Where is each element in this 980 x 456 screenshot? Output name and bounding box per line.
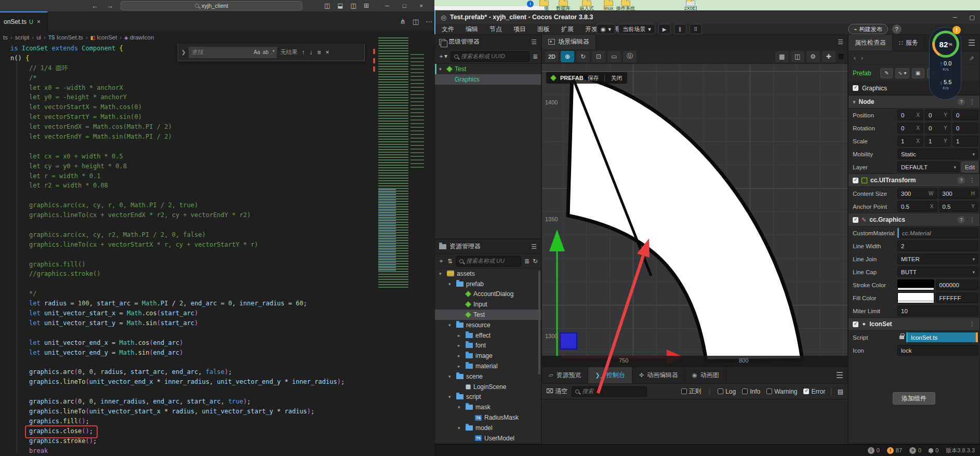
add-asset-button[interactable]: ＋ [438,257,444,265]
find-button[interactable]: × [325,49,329,56]
layout-toggle-icons[interactable]: ◫⬓◫⊞ [324,0,369,11]
find-toggles[interactable]: Aaab.* [254,49,274,55]
code-line[interactable] [10,279,345,289]
find-toggle[interactable]: .* [271,49,275,55]
code-line[interactable] [10,142,345,152]
code-line[interactable]: let unit_vector_start_x = Math.cos(start… [10,309,345,318]
asset-AccountDialog[interactable]: AccountDialog [435,289,541,300]
breadcrumb-item[interactable]: ui [36,34,41,41]
panel-menu-icon[interactable]: ☰ [836,370,843,380]
find-button[interactable]: ≡ [317,49,321,56]
asset-effect[interactable]: ▸effect [435,330,541,341]
code-line[interactable]: let vectorEndY = Math.sin(Math.PI / 2) [10,132,345,142]
clear-console-button[interactable]: ⌧ 清空 [546,387,567,396]
code-line[interactable]: graphics.arc(0, 0, radius, start_arc, en… [10,367,345,377]
code-line[interactable]: let x0 = -width * anchorX [10,83,345,93]
field-Scale-Y[interactable]: 1Y [925,136,951,146]
field-Content Size-H[interactable]: 300H [939,188,979,199]
tab-动画图[interactable]: ◉动画图 [685,367,726,383]
field-Position-X[interactable]: 0X [897,110,923,120]
field-Scale-X[interactable]: 1X [897,136,923,146]
code-line[interactable] [10,220,345,230]
color-swatch-Fill Color[interactable] [897,292,934,303]
code-line[interactable]: // 1/4 圆环 [10,63,345,73]
code-line[interactable]: graphics.fill(); [10,417,345,426]
checkbox-Info[interactable] [742,388,748,394]
asset-ref-CustomMaterial[interactable]: cc.Material [897,227,978,238]
scene-select[interactable]: 当前场景▾ [618,24,655,34]
code-line[interactable]: /* [10,73,345,83]
asset-RadiusMask[interactable]: TSRadiusMask [435,412,541,423]
asset-prefab[interactable]: ▾prefab [435,279,541,289]
field-Rotation-z[interactable]: 0 [952,123,978,133]
console-output[interactable] [542,399,847,445]
maximize-button[interactable]: ▢ [970,14,975,21]
assets-search-input[interactable]: 搜索名称或 UU [456,256,521,266]
component-menu-icon[interactable]: ⋮ [969,177,975,184]
code-line[interactable]: let vectorStartY = Math.sin(0) [10,112,345,122]
select-Mobility[interactable]: Static [897,149,978,159]
code-line[interactable]: graphics.arc(cx, cy, r, 0, Math.PI / 2, … [10,200,345,210]
code-line[interactable]: */ [10,289,345,299]
code-line[interactable]: let vectorEndX = Math.cos(Math.PI / 2) [10,122,345,132]
forward-icon[interactable]: → [107,2,113,10]
breadcrumb-item[interactable]: IconSet [97,34,117,41]
desktop-folder-数据库[interactable]: 数据库 [551,0,575,10]
prefab-action-button[interactable]: ▣ [912,68,924,78]
scene-tool[interactable]: ↻ [576,51,590,62]
close-button[interactable]: × [420,3,423,9]
code-line[interactable]: let r2 = width * 0.08 [10,181,345,191]
status-warnings[interactable]: !87 [887,447,902,454]
code-line[interactable]: graphics.lineTo(cx + vectorEndX * r2, cy… [10,210,345,220]
desktop-folder-操作系统[interactable]: 操作系统 [614,0,638,10]
asset-LoginScene[interactable]: LoginScene [435,382,541,392]
prefab-save-button[interactable]: 保存 [588,74,599,82]
history-forward-icon[interactable]: › [861,55,863,62]
field-Content Size-W[interactable]: 300W [897,188,937,199]
scene-tool[interactable]: Ⓤ [623,51,637,62]
asset-script[interactable]: ▾script [435,392,541,403]
menu-编辑[interactable]: 编辑 [466,25,478,34]
filter-icon[interactable]: ≣ [533,53,538,60]
checkbox-Log[interactable] [718,388,723,394]
breadcrumb-item[interactable]: script [15,34,29,41]
code-line[interactable] [10,250,345,260]
field-Position-Y[interactable]: 0Y [925,110,951,120]
desktop-folder-嵌入式[interactable]: 嵌入式 [575,0,599,10]
node-name-field[interactable]: Graphics [862,85,887,92]
code-line[interactable]: graphics.arc(0, 0, inner_radius, end_arc… [10,397,345,407]
prefab-action-button[interactable]: ✎ [880,68,893,78]
select-Line Cap[interactable]: BUTT [897,266,978,277]
step-button[interactable]: ⫼ [674,24,686,34]
help-button[interactable]: ? [892,24,902,34]
help-icon[interactable]: ? [958,98,965,105]
field-Position-z[interactable]: 0 [952,110,978,120]
tab-close-icon[interactable]: × [37,18,41,25]
component-menu-icon[interactable]: ⋮ [969,216,975,223]
asset-material[interactable]: ▸material [435,361,541,371]
notification-badge[interactable]: ! [952,26,961,34]
code-line[interactable]: graphics.close(); [10,426,345,436]
hierarchy-node-Graphics[interactable]: Graphics [435,74,541,85]
minimize-button[interactable]: ─ [385,3,389,9]
section-cc.Graphics[interactable]: ✎cc.Graphics?⋮ [849,213,979,226]
scene-view-tool[interactable]: ✚ [822,51,836,62]
hex-Stroke Color[interactable]: 000000 [936,279,979,290]
asset-Test[interactable]: Test [435,310,541,320]
code-line[interactable]: graphics.arc(cx, cy, r2, Math.PI / 2, 0,… [10,230,345,240]
code-line[interactable] [10,191,345,200]
status-info[interactable]: i0 [868,447,880,454]
component-enabled-checkbox[interactable] [853,321,858,327]
prefab-action-button[interactable]: ∿ ▾ [895,68,909,78]
color-swatch-Stroke Color[interactable] [897,279,934,290]
filter-Info[interactable]: Info [742,388,760,395]
code-line[interactable] [10,387,345,397]
scene-view-tool[interactable]: ◫ [791,51,804,62]
tab-服务[interactable]: ∷服务 [893,35,925,51]
field-Anchor Point-Y[interactable]: 0.5Y [939,201,979,212]
asset-resource[interactable]: ▾resource [435,320,541,330]
find-button[interactable]: ↑ [301,49,304,56]
back-icon[interactable]: ← [91,2,98,10]
checkbox-Warning[interactable] [766,388,772,394]
menu-项目[interactable]: 项目 [513,25,526,34]
